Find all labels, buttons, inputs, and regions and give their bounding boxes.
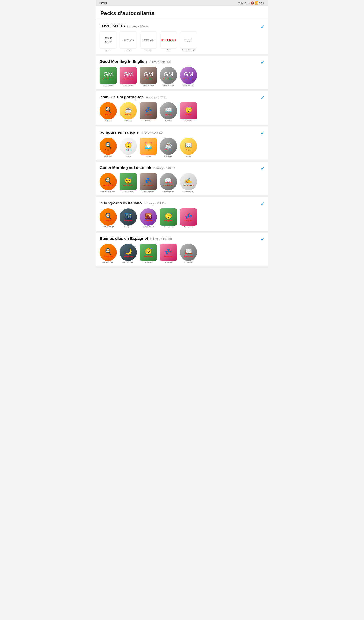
sticker-item[interactable]: 🍳BuongiornoBUONGIORNO (100, 208, 117, 228)
status-icons: ✉ ↻ ⚠ ··· 🔇 📶 12% (238, 1, 264, 5)
sticker-label: Buenos dias (144, 261, 153, 263)
pack-checkmark[interactable]: ✓ (261, 24, 264, 30)
pack-checkmark[interactable]: ✓ (261, 59, 264, 65)
pack-section-love-packs[interactable]: LOVE PACKSin lovey • 306 Ko✓My ♥ LoveMy … (96, 20, 268, 56)
sticker-item[interactable]: 📖BonjourBonjour (180, 138, 197, 157)
sticker-item[interactable]: 📖Buenos diasBuenos dias (180, 244, 197, 263)
sticker-item[interactable]: GMGood MorningGood Morning (180, 67, 197, 86)
sticker-item[interactable]: 🍳BonjourBONJOUR (100, 138, 117, 157)
pack-name: Bom Dia Em português (100, 95, 144, 99)
sticker-label: Guten Morgen (163, 191, 174, 192)
sticker-label: Bom dia (185, 120, 191, 122)
sticker-label: Buenos dias (164, 261, 173, 263)
sticker-label: Bom dia (165, 120, 171, 122)
pack-name: bonjours en français (100, 130, 139, 135)
sticker-label: BUENOS DÍAS (102, 261, 114, 263)
pack-name: Buongiorno in italiano (100, 201, 142, 205)
sticker-label: Buenos dias (184, 261, 193, 263)
pack-section-bom-dia-portugues[interactable]: Bom Dia Em portuguêsin lovey • 143 Ko✓🍳B… (96, 91, 268, 126)
pack-meta: in lovey • 306 Ko (127, 25, 149, 28)
sticker-item[interactable]: 😴BuongiornoBuongiorno (160, 208, 177, 228)
sticker-item[interactable]: 📖Guten MorgenGuten Morgen (160, 173, 177, 192)
pack-name: Guten Morning auf deutsch (100, 166, 151, 170)
sticker-item[interactable]: GMGood MorningGood Morning (160, 67, 177, 86)
sticker-item[interactable]: XOXOXOXO (160, 31, 177, 51)
sticker-item[interactable]: 💤Guten MorgenGuten Morgen (140, 173, 157, 192)
status-time: 02:19 (100, 1, 107, 5)
status-bar: 02:19 ✉ ↻ ⚠ ··· 🔇 📶 12% (96, 0, 268, 6)
sticker-item[interactable]: My ♥ LoveMy Love (100, 31, 117, 51)
sticker-item[interactable]: 🌙Buenos DíasBUENOS DÍAS (120, 244, 137, 263)
mute-icon: 🔇 (251, 1, 254, 5)
sticker-label: Good Morning (183, 84, 194, 86)
pack-section-bonjours-francais[interactable]: bonjours en françaisin lovey • 147 Ko✓🍳B… (96, 126, 268, 162)
sticker-row: My ♥ LoveMy LoveI love youI love youi mi… (100, 31, 264, 51)
sticker-row: 🍳BonjourBONJOUR😴BonjourBonjour🌅BonjourBo… (100, 138, 264, 157)
sticker-label: BUENOS DÍAS (123, 261, 134, 263)
pack-meta: in lovey • 143 Ko (146, 95, 168, 99)
sticker-label: Guten Morgen (143, 191, 154, 192)
pack-checkmark[interactable]: ✓ (261, 166, 264, 171)
sticker-label: i miss you (145, 49, 152, 51)
sticker-label: Bonjour (186, 155, 191, 157)
pack-name: Good Morning In English (100, 59, 147, 64)
pack-section-buenos-dias-espagnol[interactable]: Buenos dias en Espagnolin lovey • 141 Ko… (96, 232, 268, 268)
warning-icon: ⚠ (244, 1, 247, 5)
mail-icon: ✉ (238, 1, 240, 5)
pack-header: Guten Morning auf deutschin lovey • 143 … (100, 166, 264, 170)
page-title: Packs d'autocollants (96, 6, 268, 20)
sticker-label: Buongiorno (124, 226, 133, 228)
sticker-item[interactable]: 🌇BuongiornoBUONGIORNO (140, 208, 157, 228)
sticker-label: Bom Dia (125, 120, 131, 122)
pack-meta: in lovey • 143 Ko (153, 166, 175, 170)
sticker-item[interactable]: GMGood MorningGood Morning (100, 67, 117, 86)
pack-section-buongiorno-italiano[interactable]: Buongiorno in italianoin lovey • 139 Ko✓… (96, 197, 268, 232)
sticker-row: 🍳Bom DiaBOM DIA☕Bom DiaBom Dia💤Bom diaBo… (100, 102, 264, 122)
sticker-item[interactable]: forever & alwaysforever & always (180, 31, 197, 51)
sticker-item[interactable]: 😴BonjourBonjour (120, 138, 137, 157)
sticker-item[interactable]: 😴Guten MorgenGuten Morgen (120, 173, 137, 192)
sticker-item[interactable]: GMGood MorningGood Morning (120, 67, 137, 86)
pack-header: Good Morning In Englishin lovey • 593 Ko (100, 59, 264, 64)
pack-header: Buenos dias en Espagnolin lovey • 141 Ko (100, 236, 264, 241)
sticker-row: 🍳Guten MorgenGUTEN MORGEN😴Guten MorgenGu… (100, 173, 264, 192)
sticker-item[interactable]: 🍳Buenos DíasBUENOS DÍAS (100, 244, 117, 263)
sticker-item[interactable]: 😴Bom diaBom dia (180, 102, 197, 122)
pack-section-good-morning-english[interactable]: Good Morning In Englishin lovey • 593 Ko… (96, 56, 268, 91)
pack-name: Buenos dias en Espagnol (100, 236, 148, 241)
sticker-item[interactable]: 🍳Guten MorgenGUTEN MORGEN (100, 173, 117, 192)
sticker-item[interactable]: 🌃BuongiornoBuongiorno (120, 208, 137, 228)
pack-header: bonjours en françaisin lovey • 147 Ko (100, 130, 264, 135)
battery-level: 12% (259, 1, 264, 5)
sticker-item[interactable]: 💤Buenos diasBuenos dias (160, 244, 177, 263)
pack-header: LOVE PACKSin lovey • 306 Ko (100, 24, 264, 29)
sticker-label: Good Morning (123, 84, 134, 86)
wifi-icon: 📶 (255, 1, 258, 5)
sticker-item[interactable]: 😴Buenos diasBuenos dias (140, 244, 157, 263)
sticker-item[interactable]: ☕Bom DiaBom Dia (120, 102, 137, 122)
sticker-item[interactable]: I love youI love you (120, 31, 137, 51)
sticker-item[interactable]: 💤BuongiornoBuongiorno (180, 208, 197, 228)
sticker-item[interactable]: ✍️Guten MorgenGuten Morgen (180, 173, 197, 192)
sticker-label: Good Morning (163, 84, 174, 86)
sticker-label: Buongiorno (164, 226, 173, 228)
sticker-item[interactable]: 💤Bom diaBom dia (140, 102, 157, 122)
pack-checkmark[interactable]: ✓ (261, 201, 264, 207)
sticker-row: 🍳Buenos DíasBUENOS DÍAS🌙Buenos DíasBUENO… (100, 244, 264, 263)
sticker-row: GMGood MorningGood MorningGMGood Morning… (100, 67, 264, 86)
sticker-item[interactable]: GMGood MorningGood Morning (140, 67, 157, 86)
sticker-item[interactable]: 🍳Bom DiaBOM DIA (100, 102, 117, 122)
pack-section-guten-morning-deutsch[interactable]: Guten Morning auf deutschin lovey • 143 … (96, 162, 268, 197)
packs-container: LOVE PACKSin lovey • 306 Ko✓My ♥ LoveMy … (96, 20, 268, 268)
sticker-item[interactable]: i miss youi miss you (140, 31, 157, 51)
pack-checkmark[interactable]: ✓ (261, 130, 264, 136)
pack-checkmark[interactable]: ✓ (261, 95, 264, 101)
sticker-label: BONJOUR (164, 155, 172, 157)
sticker-item[interactable]: ☕BonjourBONJOUR (160, 138, 177, 157)
pack-meta: in lovey • 141 Ko (150, 237, 172, 240)
sticker-label: Guten Morgen (123, 191, 133, 192)
sticker-item[interactable]: 📖Bom diaBom dia (160, 102, 177, 122)
pack-checkmark[interactable]: ✓ (261, 236, 264, 242)
sticker-item[interactable]: 🌅BonjourBonjour (140, 138, 157, 157)
more-icon: ··· (248, 1, 250, 5)
